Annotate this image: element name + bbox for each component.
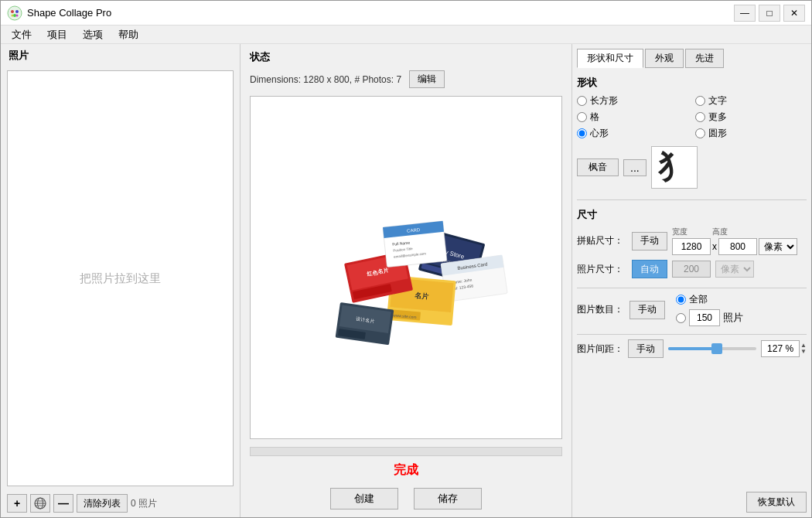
width-label: 宽度 [672,227,687,237]
menu-bar: 文件 项目 选项 帮助 [1,26,811,44]
spacing-down-arrow[interactable]: ▼ [800,349,807,355]
slider-fill [668,347,717,350]
tab-appearance[interactable]: 外观 [645,49,684,68]
main-window: Shape Collage Pro — □ ✕ 文件 项目 选项 帮助 照片 把… [0,0,812,518]
shape-grid-option[interactable]: 格 [577,111,689,124]
menu-help[interactable]: 帮助 [111,26,146,43]
clear-list-button[interactable]: 清除列表 [77,494,128,513]
status-section-label: 状态 [250,50,270,64]
shape-circle-option[interactable]: 圆形 [695,127,807,140]
done-text: 完成 [241,462,571,479]
preview-area: My Store mystore.com Business Card Name:… [250,96,562,439]
shape-preview-box: 犭 [651,146,698,189]
collage-size-manual-button[interactable]: 手动 [632,232,667,250]
globe-button[interactable] [30,494,50,513]
window-controls: — □ ✕ [734,5,805,22]
svg-point-4 [12,14,14,16]
shape-text-option[interactable]: 文字 [695,94,807,107]
shape-text-label: 文字 [708,94,727,107]
window-title: Shape Collage Pro [27,7,111,19]
photos-drop-text: 把照片拉到这里 [80,271,161,286]
progress-bar [250,447,562,456]
photo-count-manual-button[interactable]: 手动 [629,301,665,319]
shape-grid-radio[interactable] [577,112,587,122]
shape-more-radio[interactable] [695,112,705,122]
collage-size-row: 拼贴尺寸： 手动 宽度 高度 x 像素 英寸 [577,227,807,255]
height-label: 高度 [712,227,728,237]
maximize-button[interactable]: □ [759,5,780,22]
photos-panel-header: 照片 [1,44,240,67]
collage-size-label: 拼贴尺寸： [577,234,627,247]
spacing-arrows[interactable]: ▲ ▼ [800,342,807,355]
photos-label: 照片 [723,311,743,325]
shape-circle-radio[interactable] [695,128,705,138]
tab-shape-size[interactable]: 形状和尺寸 [577,49,643,68]
unit-select[interactable]: 像素 英寸 厘米 [759,238,797,255]
svg-point-1 [11,10,14,13]
divider-2 [577,288,807,288]
photo-size-unit-select: 像素 [715,261,754,278]
shape-heart-label: 心形 [590,127,609,140]
spacing-slider-container[interactable] [668,340,756,357]
height-input[interactable] [718,238,757,255]
spacing-label: 图片间距： [577,342,623,356]
size-x-separator: x [712,241,717,252]
slider-thumb[interactable] [711,343,722,354]
title-bar: Shape Collage Pro — □ ✕ [1,1,811,26]
center-bottom-buttons: 创建 储存 [241,483,571,517]
restore-defaults-button[interactable]: 恢复默认 [746,492,807,513]
create-button[interactable]: 创建 [330,488,398,509]
status-info: Dimensions: 1280 x 800, # Photos: 7 编辑 [241,70,571,93]
center-panel: 状态 Dimensions: 1280 x 800, # Photos: 7 编… [241,44,571,517]
svg-point-2 [15,10,19,13]
shape-rect-option[interactable]: 长方形 [577,94,689,107]
shape-rect-label: 长方形 [590,94,618,107]
photo-size-row: 照片尺寸： 自动 像素 [577,260,807,278]
shape-more-button[interactable]: ... [623,159,647,176]
shape-preview-row: 枫音 ... 犭 [577,146,807,189]
svg-point-3 [13,14,16,17]
shape-options: 长方形 文字 格 更多 心形 [577,94,807,140]
photos-footer: + — 清除列表 0 照片 [1,489,240,517]
edit-button[interactable]: 编辑 [409,70,445,88]
shape-more-option[interactable]: 更多 [695,111,807,124]
menu-file[interactable]: 文件 [4,26,39,43]
shape-heart-option[interactable]: 心形 [577,127,689,140]
shape-more-label: 更多 [708,111,727,124]
collage-preview-svg: My Store mystore.com Business Card Name:… [298,190,514,345]
spacing-pct-input[interactable] [761,340,800,357]
shape-heart-radio[interactable] [577,128,587,138]
photo-count-section-label: 图片数目： [577,303,623,316]
shape-section-label: 形状 [577,76,807,90]
status-dimensions: Dimensions: 1280 x 800, # Photos: 7 [250,74,401,85]
photo-size-auto-button[interactable]: 自动 [632,260,667,278]
slider-track [668,347,756,350]
save-button[interactable]: 储存 [414,488,482,509]
shape-preview-char: 犭 [659,146,690,189]
width-input[interactable] [672,238,711,255]
minimize-button[interactable]: — [734,5,756,22]
main-content: 照片 把照片拉到这里 + — 清除列表 0 照片 [1,44,811,517]
menu-options[interactable]: 选项 [75,26,111,43]
photos-list: 把照片拉到这里 [7,70,234,486]
shape-text-radio[interactable] [695,96,705,106]
close-button[interactable]: ✕ [783,5,805,22]
remove-photo-button[interactable]: — [53,494,73,513]
size-section-label: 尺寸 [577,208,807,222]
spacing-manual-button[interactable]: 手动 [628,339,664,358]
count-all-option[interactable]: 全部 [676,293,743,306]
count-input[interactable] [689,309,720,326]
tab-advanced[interactable]: 先进 [685,49,724,68]
svg-text:名片: 名片 [413,291,429,301]
spacing-row: 图片间距： 手动 ▲ ▼ [577,339,807,358]
right-panel: 形状和尺寸 外观 先进 形状 长方形 文字 格 [571,44,811,517]
svg-point-0 [8,6,22,20]
menu-project[interactable]: 项目 [39,26,75,43]
count-number-radio[interactable] [676,313,686,323]
count-all-label: 全部 [689,293,708,306]
add-photo-button[interactable]: + [7,494,27,513]
shape-rect-radio[interactable] [577,96,587,106]
count-all-radio[interactable] [676,295,686,305]
status-bar: 状态 [241,44,571,70]
shape-text-button[interactable]: 枫音 [577,158,619,176]
